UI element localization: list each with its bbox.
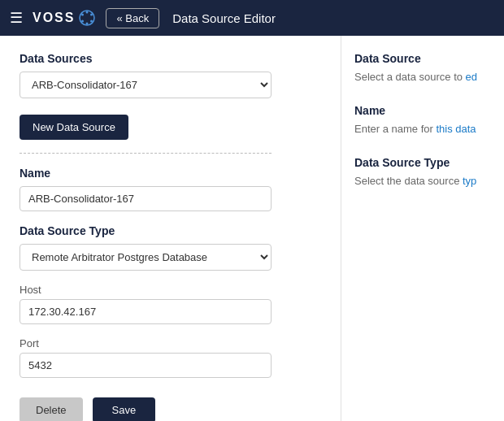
page-title: Data Source Editor <box>172 11 276 25</box>
svg-point-5 <box>81 20 84 23</box>
name-input[interactable] <box>20 186 272 211</box>
logo: VOSS <box>33 9 96 27</box>
data-sources-group: Data Sources ARB-Consolidator-167 <box>20 52 321 98</box>
data-source-select[interactable]: ARB-Consolidator-167 <box>20 72 272 98</box>
navbar: ☰ VOSS « Back Data Source Editor <box>0 0 504 36</box>
help-name-text: Enter a name for this data <box>354 122 491 137</box>
help-data-source-text: Select a data source to ed <box>354 70 491 85</box>
svg-point-3 <box>90 20 93 23</box>
host-label: Host <box>20 284 321 296</box>
right-panel: Data Source Select a data source to ed N… <box>341 36 504 421</box>
svg-point-2 <box>90 14 93 16</box>
data-source-type-select[interactable]: Remote Arbitrator Postgres Database <box>20 244 272 271</box>
back-button[interactable]: « Back <box>106 8 159 28</box>
left-panel: Data Sources ARB-Consolidator-167 New Da… <box>0 36 341 421</box>
svg-point-1 <box>86 11 89 14</box>
host-group: Host <box>20 284 321 324</box>
actions-row: Delete Save <box>20 397 321 421</box>
delete-button[interactable]: Delete <box>20 397 83 421</box>
data-source-type-label: Data Source Type <box>20 224 321 237</box>
new-data-source-button[interactable]: New Data Source <box>20 115 128 140</box>
data-sources-label: Data Sources <box>20 52 321 65</box>
main-content: Data Sources ARB-Consolidator-167 New Da… <box>0 36 504 421</box>
logo-dots-icon <box>78 9 96 27</box>
name-group: Name <box>20 167 321 211</box>
svg-point-6 <box>81 14 84 16</box>
data-source-type-group: Data Source Type Remote Arbitrator Postg… <box>20 224 321 271</box>
port-group: Port <box>20 337 321 378</box>
save-button[interactable]: Save <box>93 397 156 421</box>
help-type-text: Select the data source typ <box>354 174 491 189</box>
hamburger-icon[interactable]: ☰ <box>10 9 23 27</box>
logo-text: VOSS <box>33 11 75 25</box>
host-input[interactable] <box>20 299 272 324</box>
svg-point-4 <box>86 23 89 25</box>
help-type-title: Data Source Type <box>354 156 491 169</box>
divider <box>20 153 272 154</box>
port-label: Port <box>20 337 321 349</box>
help-type: Data Source Type Select the data source … <box>354 156 491 189</box>
port-input[interactable] <box>20 353 272 378</box>
help-data-source: Data Source Select a data source to ed <box>354 52 491 85</box>
help-name-title: Name <box>354 104 491 117</box>
help-name: Name Enter a name for this data <box>354 104 491 137</box>
help-data-source-title: Data Source <box>354 52 491 65</box>
name-label: Name <box>20 167 321 180</box>
